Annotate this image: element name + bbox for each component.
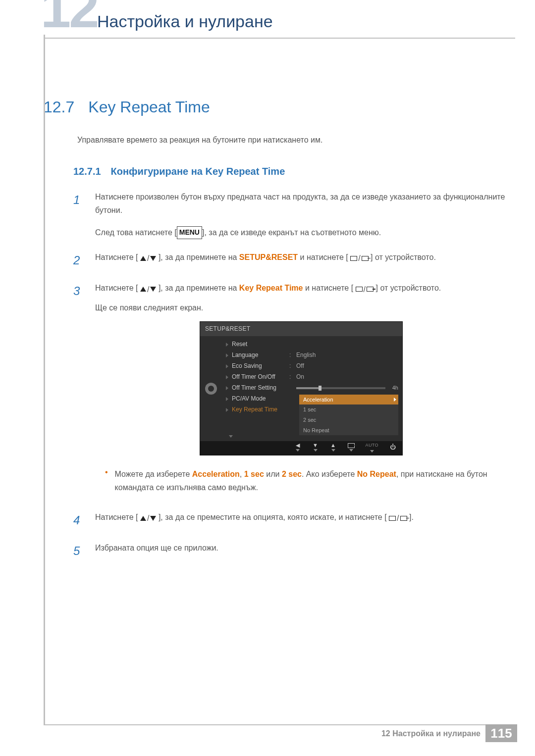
text: ], за да преминете на xyxy=(159,253,239,261)
up-down-icon: / xyxy=(140,283,156,296)
subsection-title: Конфигуриране на Key Repeat Time xyxy=(111,166,285,177)
one-sec-label: 1 sec xyxy=(244,470,264,478)
text: Натиснете [ xyxy=(95,253,138,261)
side-rule xyxy=(44,35,45,724)
step-body: Избраната опция ще се приложи. xyxy=(95,541,507,561)
osd-value-off-timer-onoff: On xyxy=(296,372,398,382)
footer-page-number: 115 xyxy=(485,724,517,742)
step-number: 1 xyxy=(73,190,83,240)
step-number: 2 xyxy=(73,251,83,271)
text: След това натиснете [ xyxy=(95,228,177,237)
bullet-note: • Можете да изберете Acceleration, 1 sec… xyxy=(105,467,507,494)
osd-item-off-timer-setting: Off Timer Setting xyxy=(225,383,289,393)
osd-gear-icon xyxy=(200,336,222,442)
step-body: Натиснете [ / ], за да се преместите на … xyxy=(95,510,507,531)
step-3: 3 Натиснете [ / ], за да преминете на Ke… xyxy=(73,281,507,499)
osd-popup-2sec: 2 sec xyxy=(299,415,398,425)
osd-item-off-timer-onoff: Off Timer On/Off xyxy=(225,372,289,382)
osd-screenshot: SETUP&RESET Reset Language:English Eco S… xyxy=(200,321,403,455)
osd-item-eco: Eco Saving xyxy=(225,361,289,371)
bullet-icon: • xyxy=(105,467,108,494)
osd-popup-acceleration: Acceleration xyxy=(299,395,398,405)
step-number: 5 xyxy=(73,541,83,561)
step-body: Натиснете [ / ], за да преминете на SETU… xyxy=(95,251,507,271)
step-1-line1: Натиснете произволен бутон върху преднат… xyxy=(95,190,507,217)
source-enter-icon: / xyxy=(389,511,407,525)
content: 12.7 Key Repeat Time Управлявате времето… xyxy=(44,39,507,561)
step-1: 1 Натиснете произволен бутон върху предн… xyxy=(73,190,507,240)
chapter-title: Настройка и нулиране xyxy=(97,12,273,31)
menu-button-label: MENU xyxy=(177,226,202,239)
down-icon: ▼ xyxy=(312,443,319,452)
step-1-line2: След това натиснете [MENU], за да се изв… xyxy=(95,226,507,239)
two-sec-label: 2 sec xyxy=(282,470,302,478)
power-icon: ⏻ xyxy=(389,445,396,450)
osd-item-language: Language xyxy=(225,350,289,360)
osd-popup-no-repeat: No Repeat xyxy=(299,425,398,436)
up-icon: ▲ xyxy=(330,443,337,452)
back-icon: ◀ xyxy=(294,443,301,452)
footer-text: 12 Настройка и нулиране xyxy=(381,729,481,738)
osd-value-language: English xyxy=(296,350,398,360)
text: и натиснете [ xyxy=(305,284,353,292)
step-2: 2 Натиснете [ / ], за да преминете на SE… xyxy=(73,251,507,271)
up-down-icon: / xyxy=(140,511,156,525)
acceleration-label: Acceleration xyxy=(192,470,240,478)
subsection-number: 12.7.1 xyxy=(73,166,101,177)
text: ]. xyxy=(409,513,414,521)
text: ] от устройството. xyxy=(375,284,441,292)
osd-item-reset: Reset xyxy=(225,339,289,349)
osd-popup: Acceleration 1 sec 2 sec No Repeat xyxy=(299,395,398,436)
step-body: Натиснете [ / ], за да преминете на Key … xyxy=(95,281,507,499)
setup-reset-label: SETUP&RESET xyxy=(239,253,298,261)
enter-icon xyxy=(348,443,355,452)
section-heading: 12.7 Key Repeat Time xyxy=(44,98,507,116)
osd-slider: 4h xyxy=(296,383,398,393)
step-3-line2: Ще се появи следният екран. xyxy=(95,301,507,314)
text: Натиснете [ xyxy=(95,284,138,292)
text: ], за да се изведе екранът на съответнот… xyxy=(202,228,381,237)
bullet-text: Можете да изберете Acceleration, 1 sec и… xyxy=(115,467,507,494)
header: 12 Настройка и нулиране xyxy=(44,0,515,39)
osd-value-eco: Off xyxy=(296,361,398,371)
step-5: 5 Избраната опция ще се приложи. xyxy=(73,541,507,561)
text: ] от устройството. xyxy=(371,253,436,261)
osd-footer: ◀ ▼ ▲ AUTO ⏻ xyxy=(200,441,402,455)
auto-label: AUTO xyxy=(366,442,378,453)
step-body: Натиснете произволен бутон върху преднат… xyxy=(95,190,507,240)
up-down-icon: / xyxy=(140,252,156,265)
source-enter-icon: / xyxy=(356,283,374,296)
text: Натиснете [ xyxy=(95,513,138,521)
osd-popup-1sec: 1 sec xyxy=(299,404,398,415)
text: ], за да преминете на xyxy=(159,284,239,292)
section-intro: Управлявате времето за реакция на бутони… xyxy=(77,134,507,146)
osd-menu-list: Reset Language:English Eco Saving:Off Of… xyxy=(222,336,402,442)
chapter-number-bg: 12 xyxy=(41,0,97,36)
key-repeat-time-label: Key Repeat Time xyxy=(239,284,303,292)
text: ], за да се преместите на опцията, която… xyxy=(159,513,387,521)
no-repeat-label: No Repeat xyxy=(357,470,396,478)
osd-title: SETUP&RESET xyxy=(200,322,402,336)
step-4: 4 Натиснете [ / ], за да се преместите н… xyxy=(73,510,507,531)
osd-item-key-repeat-time: Key Repeat Time xyxy=(225,404,289,414)
section-title: Key Repeat Time xyxy=(88,98,210,116)
source-enter-icon: / xyxy=(350,252,368,265)
step-number: 3 xyxy=(73,281,83,499)
text: и натиснете [ xyxy=(300,253,348,261)
osd-item-pcav: PC/AV Mode xyxy=(225,394,289,403)
section-number: 12.7 xyxy=(44,98,74,116)
footer: 12 Настройка и нулиране 115 xyxy=(44,724,517,742)
subsection-heading: 12.7.1 Конфигуриране на Key Repeat Time xyxy=(73,166,507,177)
right-arrow-icon xyxy=(394,398,396,402)
step-number: 4 xyxy=(73,510,83,531)
